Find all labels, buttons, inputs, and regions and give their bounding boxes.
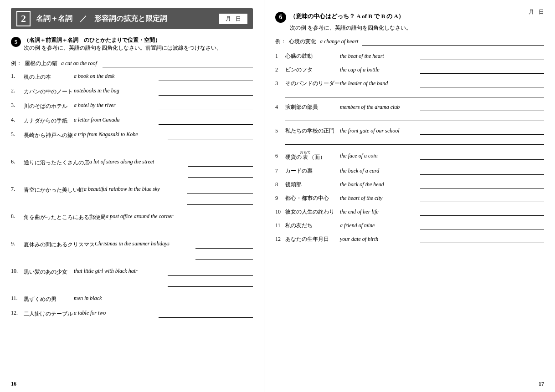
ex6-japanese-3: そのバンドのリーダー — [285, 79, 340, 87]
ex6-label-10: 10 — [275, 209, 285, 215]
ex6-japanese-8: 後頭部 — [285, 180, 340, 188]
ex6-example-english: a change of heart — [320, 38, 358, 45]
example-english: a cat on the roof — [61, 60, 97, 67]
section6-example: 例： 心境の変化 a change of heart — [275, 37, 544, 46]
ex6-label-4: 4 — [275, 104, 285, 111]
ex6-japanese-12: あなたの生年月日 — [285, 235, 340, 243]
ex6-example-line — [362, 37, 544, 46]
item10-line1 — [168, 268, 253, 276]
ex6-line-7 — [420, 167, 544, 175]
ex6-label-7: 7 — [275, 168, 285, 174]
chapter-title: 名詞＋名詞 ／ 形容詞の拡充と限定詞 — [36, 14, 167, 24]
ex6-english-12: your date of birth — [340, 236, 417, 243]
item-7: 7. 青空にかかった美しい虹 a beautiful rainbow in th… — [11, 186, 253, 207]
item1-japanese: 机の上の本 — [24, 73, 74, 81]
ex6-line-5a — [420, 127, 544, 135]
ex6-line-2 — [420, 66, 544, 74]
ex6-line-10 — [420, 208, 544, 216]
item6-english: a lot of stores along the street — [89, 158, 185, 165]
item3-english: a hotel by the river — [74, 102, 156, 109]
ex6-label-3: 3 — [275, 80, 285, 87]
ex6-line-1 — [420, 52, 544, 60]
item3-japanese: 川のそばのホテル — [24, 102, 74, 110]
section5-example: 例： 屋根の上の猫 a cat on the roof — [11, 59, 253, 67]
ex6-english-10: the end of her life — [340, 209, 417, 215]
ex6-line-11 — [420, 221, 544, 229]
item7-english: a beautiful rainbow in the blue sky — [84, 186, 184, 193]
item6-label: 6. — [11, 158, 24, 165]
page-number-left: 16 — [11, 381, 16, 387]
ex6-line-8 — [420, 180, 544, 188]
item2-answer-line — [159, 87, 253, 96]
ex6-line-3b — [285, 89, 544, 97]
item7-label: 7. — [11, 186, 24, 193]
ex6-item-7: 7 カードの裏 the back of a card — [275, 167, 544, 175]
ex6-label-8: 8 — [275, 181, 285, 188]
ex6-japanese-7: カードの裏 — [285, 167, 340, 175]
month-label-left: 月 — [226, 15, 231, 23]
date-box-right: 月 日 — [529, 8, 544, 16]
example-japanese: 屋根の上の猫 — [25, 60, 57, 67]
item-11: 11. 黒ずくめの男 men in black — [11, 295, 253, 303]
ex6-line-3a — [420, 79, 544, 87]
ex6-line-12 — [420, 235, 544, 243]
section5-header: 5 （名詞＋前置詞＋名詞 のひとかたまりで位置・空間） 次の例 を参考に、英語の… — [11, 36, 253, 56]
item2-label: 2. — [11, 87, 24, 94]
ex6-line-9 — [420, 194, 544, 202]
ex6-english-5: the front gate of our school — [340, 127, 417, 134]
item1-answer-line — [159, 73, 253, 81]
ex6-item-1: 1 心臓の鼓動 the beat of the heart — [275, 52, 544, 60]
item-12: 12. 二人掛けのテーブル a table for two — [11, 310, 253, 318]
ex6-example-japanese: 心境の変化 — [289, 38, 316, 46]
ex6-english-7: the back of a card — [340, 168, 417, 174]
ex6-japanese-11: 私の友だち — [285, 221, 340, 229]
item7-line2 — [187, 197, 253, 205]
item-2: 2. カバンの中のノート notebooks in the bag — [11, 87, 253, 96]
ex6-japanese-1: 心臓の鼓動 — [285, 52, 340, 60]
item9-label: 9. — [11, 240, 24, 247]
section6-title: （意味の中心はどっち？ A of B で B の A） — [290, 12, 404, 21]
right-page: 月 日 6 （意味の中心はどっち？ A of B で B の A） 次の例 を参… — [264, 0, 555, 392]
month-label-right: 月 — [529, 8, 534, 16]
item4-english: a letter from Canada — [74, 117, 156, 123]
ex6-english-9: the heart of the city — [340, 195, 417, 202]
item10-label: 10. — [11, 268, 24, 275]
ex6-label-12: 12 — [275, 236, 285, 243]
ex6-japanese-6: 硬貨の表おもて（面） — [285, 150, 340, 161]
ex6-item-5-wrap: 5 私たちの学校の正門 the front gate of our school — [275, 127, 544, 145]
item8-japanese: 角を曲がったところにある郵便局 — [24, 213, 106, 221]
item11-english: men in black — [74, 295, 156, 302]
ex6-item-3-wrap: 3 そのバンドのリーダー the leader of the band — [275, 79, 544, 97]
item-8: 8. 角を曲がったところにある郵便局 a post office around … — [11, 213, 253, 234]
item6-line2 — [188, 169, 253, 178]
ex6-japanese-2: ビンのフタ — [285, 66, 340, 74]
item8-line2 — [200, 224, 253, 232]
ex6-line-6 — [420, 152, 544, 160]
ex6-japanese-10: 彼女の人生の終わり — [285, 208, 340, 216]
item1-label: 1. — [11, 73, 24, 80]
item11-answer-line — [159, 295, 253, 303]
ex6-japanese-5: 私たちの学校の正門 — [285, 127, 340, 135]
item3-answer-line — [159, 102, 253, 110]
item5-english: a trip from Nagasaki to Kobe — [74, 131, 165, 138]
ex6-item-3: 3 そのバンドのリーダー the leader of the band — [275, 79, 544, 87]
ex6-item-11: 11 私の友だち a friend of mine — [275, 221, 544, 229]
item5-japanese: 長崎から神戸への旅 — [24, 131, 74, 139]
section5-instruction: 次の例 を参考に、英語の語句を四角化しなさい。前置詞には波線をつけなさい。 — [24, 44, 222, 52]
item8-english: a post office around the corner — [106, 213, 197, 220]
left-page: 2 名詞＋名詞 ／ 形容詞の拡充と限定詞 月 日 5 （名詞＋前置詞＋名詞 のひ… — [0, 0, 264, 392]
item2-japanese: カバンの中のノート — [24, 87, 74, 96]
item5-line1 — [168, 131, 253, 139]
ex6-item-4: 4 演劇部の部員 members of the drama club — [275, 103, 544, 111]
item-10: 10. 黒い髪のあの少女 that little girl with black… — [11, 268, 253, 289]
item9-japanese: 夏休みの間にあるクリスマス — [24, 240, 95, 249]
item9-line2 — [195, 251, 253, 260]
item2-english: notebooks in the bag — [74, 87, 156, 94]
item12-english: a table for two — [74, 310, 156, 316]
page-number-right: 17 — [539, 381, 544, 387]
ex6-line-5b — [285, 137, 544, 145]
item-5: 5. 長崎から神戸への旅 a trip from Nagasaki to Kob… — [11, 131, 253, 152]
ex6-label-5: 5 — [275, 127, 285, 134]
item9-english: Christmas in the summer holidays — [95, 240, 193, 247]
example-answer-line — [103, 59, 253, 67]
